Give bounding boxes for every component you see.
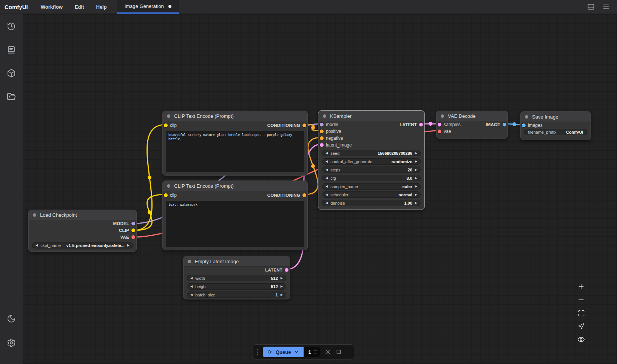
node-header[interactable]: Empty Latent Image: [184, 256, 290, 267]
decrement-arrow-icon[interactable]: ◀: [325, 185, 328, 188]
widget-height[interactable]: ◀ height 512 ▶: [187, 283, 286, 290]
widget-cfg[interactable]: ◀ cfg 8.0 ▶: [322, 175, 421, 181]
toggle-visibility-button[interactable]: [576, 334, 586, 345]
output-port-latent[interactable]: [419, 123, 423, 126]
output-port-clip[interactable]: [131, 228, 135, 232]
decrement-arrow-icon[interactable]: ◀: [35, 244, 38, 247]
widget-sampler-name[interactable]: ◀ sampler_name euler ▶: [322, 183, 421, 190]
sidebar-queue-button[interactable]: [4, 42, 19, 57]
node-header[interactable]: CLIP Text Encode (Prompt): [163, 111, 307, 121]
node-load-checkpoint[interactable]: Load Checkpoint MODEL CLIP VAE ◀ ckpt_na…: [28, 210, 137, 252]
increment-arrow-icon[interactable]: ▶: [415, 168, 417, 171]
increment-arrow-icon[interactable]: ▶: [281, 285, 283, 288]
sidebar-workflows-button[interactable]: [4, 89, 19, 104]
chevron-down-icon[interactable]: [313, 352, 318, 355]
node-clip-text-encode-positive[interactable]: CLIP Text Encode (Prompt) clip CONDITION…: [162, 111, 308, 176]
input-port-vae[interactable]: [438, 130, 441, 133]
decrement-arrow-icon[interactable]: ◀: [190, 293, 193, 296]
node-save-image[interactable]: Save Image images filename_prefix ComfyU…: [520, 111, 591, 140]
widget-scheduler[interactable]: ◀ scheduler normal ▶: [322, 191, 421, 198]
widget-name: steps: [330, 168, 340, 172]
batch-count-input[interactable]: 1: [304, 347, 319, 357]
left-sidebar: [0, 14, 23, 364]
drag-handle[interactable]: [257, 349, 258, 355]
input-port-latent-image[interactable]: [320, 143, 324, 147]
app-logo[interactable]: ComfyUI: [0, 0, 35, 14]
input-port-images[interactable]: [522, 123, 526, 127]
increment-arrow-icon[interactable]: ▶: [415, 152, 417, 155]
zoom-in-button[interactable]: [576, 281, 586, 292]
input-port-model[interactable]: [320, 123, 324, 126]
queue-button[interactable]: Queue: [263, 347, 304, 357]
widget-batch-size[interactable]: ◀ batch_size 1 ▶: [187, 292, 286, 298]
chevron-down-icon[interactable]: [294, 349, 299, 355]
node-header[interactable]: CLIP Text Encode (Prompt): [163, 181, 307, 191]
increment-arrow-icon[interactable]: ▶: [415, 160, 417, 163]
input-port-positive[interactable]: [320, 130, 324, 133]
output-port-model[interactable]: [131, 222, 135, 225]
output-port-vae[interactable]: [131, 235, 135, 239]
output-port-conditioning[interactable]: [302, 193, 306, 197]
select-mode-button[interactable]: [576, 321, 586, 332]
settings-button[interactable]: [4, 335, 19, 350]
node-empty-latent-image[interactable]: Empty Latent Image LATENT ◀ width 512 ▶ …: [183, 256, 290, 299]
widget-steps[interactable]: ◀ steps 20 ▶: [322, 167, 421, 173]
increment-arrow-icon[interactable]: ▶: [127, 244, 130, 247]
decrement-arrow-icon[interactable]: ◀: [325, 193, 328, 196]
widget-control-after-generate[interactable]: ◀ control_after_generate randomize ▶: [322, 158, 421, 165]
increment-arrow-icon[interactable]: ▶: [281, 293, 283, 296]
widget-filename-prefix[interactable]: filename_prefix ComfyUI: [524, 129, 587, 135]
clear-queue-button[interactable]: [324, 349, 331, 355]
menu-edit[interactable]: Edit: [69, 0, 90, 14]
decrement-arrow-icon[interactable]: ◀: [325, 160, 328, 163]
decrement-arrow-icon[interactable]: ◀: [190, 285, 193, 288]
node-clip-text-encode-negative[interactable]: CLIP Text Encode (Prompt) clip CONDITION…: [162, 180, 308, 250]
node-header[interactable]: VAE Decode: [437, 111, 507, 121]
bottom-panel-toggle-button[interactable]: [585, 1, 597, 12]
node-ksampler[interactable]: KSampler model LATENT positive negative …: [318, 111, 424, 210]
increment-arrow-icon[interactable]: ▶: [415, 185, 417, 188]
widget-seed[interactable]: ◀ seed 156680208700286 ▶: [322, 150, 421, 156]
decrement-arrow-icon[interactable]: ◀: [325, 202, 328, 205]
input-port-clip[interactable]: [164, 193, 168, 197]
input-port-samples[interactable]: [438, 123, 441, 126]
theme-toggle-button[interactable]: [4, 311, 19, 326]
sidebar-node-library-button[interactable]: [4, 66, 19, 81]
decrement-arrow-icon[interactable]: ◀: [190, 277, 193, 280]
node-status-dot: [188, 260, 191, 263]
increment-arrow-icon[interactable]: ▶: [415, 193, 417, 196]
sidebar-history-button[interactable]: [4, 19, 19, 34]
widget-value: euler: [403, 184, 412, 189]
output-port-image[interactable]: [503, 123, 506, 126]
input-port-negative[interactable]: [320, 136, 324, 140]
fit-view-button[interactable]: [576, 308, 586, 318]
increment-arrow-icon[interactable]: ▶: [281, 277, 283, 280]
main-menu-button[interactable]: [600, 1, 612, 12]
count-spinner[interactable]: [313, 349, 318, 355]
node-vae-decode[interactable]: VAE Decode samples IMAGE vae: [436, 111, 508, 139]
increment-arrow-icon[interactable]: ▶: [415, 202, 417, 205]
decrement-arrow-icon[interactable]: ◀: [325, 168, 328, 171]
node-header[interactable]: Load Checkpoint: [29, 210, 136, 220]
increment-arrow-icon[interactable]: ▶: [415, 177, 417, 180]
menu-workflow[interactable]: Workflow: [35, 0, 69, 14]
node-header[interactable]: Save Image: [521, 112, 591, 122]
node-header[interactable]: KSampler: [319, 111, 424, 121]
stop-button[interactable]: [336, 349, 342, 355]
widget-width[interactable]: ◀ width 512 ▶: [187, 275, 286, 281]
input-port-clip[interactable]: [164, 123, 168, 127]
output-port-latent[interactable]: [285, 268, 288, 272]
prompt-textarea[interactable]: beautiful scenery nature glass bottle la…: [166, 131, 304, 172]
output-port-conditioning[interactable]: [302, 123, 306, 127]
moon-icon: [7, 314, 16, 323]
node-status-dot: [167, 114, 170, 118]
widget-ckpt-name[interactable]: ◀ ckpt_name v1-5-pruned-emaonly.safete..…: [32, 242, 133, 248]
tab-image-generation[interactable]: Image Generation: [117, 0, 179, 14]
widget-denoise[interactable]: ◀ denoise 1.00 ▶: [322, 200, 421, 206]
prompt-textarea[interactable]: text, watermark: [166, 201, 304, 247]
menu-help[interactable]: Help: [90, 0, 113, 14]
decrement-arrow-icon[interactable]: ◀: [325, 152, 328, 155]
decrement-arrow-icon[interactable]: ◀: [325, 177, 328, 180]
chevron-up-icon[interactable]: [313, 349, 318, 352]
zoom-out-button[interactable]: [576, 295, 586, 305]
